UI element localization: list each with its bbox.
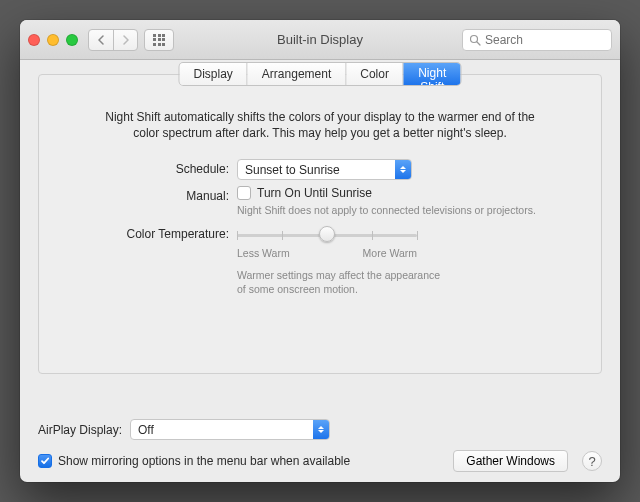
- show-all-button[interactable]: [144, 29, 174, 51]
- manual-checkbox-label: Turn On Until Sunrise: [257, 186, 372, 200]
- slider-thumb[interactable]: [319, 226, 335, 242]
- titlebar: Built-in Display: [20, 20, 620, 60]
- night-shift-description: Night Shift automatically shifts the col…: [99, 109, 541, 141]
- temperature-slider[interactable]: [237, 226, 417, 244]
- search-input[interactable]: [485, 33, 605, 47]
- forward-button[interactable]: [113, 30, 137, 50]
- minimize-icon[interactable]: [47, 34, 59, 46]
- nav-back-forward: [88, 29, 138, 51]
- chevron-updown-icon: [395, 160, 411, 179]
- svg-point-0: [471, 35, 478, 42]
- footer: AirPlay Display: Off Show mirroring opti…: [38, 413, 602, 472]
- manual-checkbox[interactable]: [237, 186, 251, 200]
- grid-icon: [153, 34, 165, 46]
- search-icon: [469, 34, 481, 46]
- settings-panel: Display Arrangement Color Night Shift Ni…: [38, 74, 602, 374]
- content: Display Arrangement Color Night Shift Ni…: [20, 60, 620, 482]
- gather-windows-button[interactable]: Gather Windows: [453, 450, 568, 472]
- mirroring-checkbox[interactable]: [38, 454, 52, 468]
- close-icon[interactable]: [28, 34, 40, 46]
- temperature-label: Color Temperature:: [79, 224, 229, 241]
- airplay-label: AirPlay Display:: [38, 423, 122, 437]
- temperature-less-label: Less Warm: [237, 247, 290, 259]
- airplay-select[interactable]: Off: [130, 419, 330, 440]
- schedule-value: Sunset to Sunrise: [238, 163, 395, 177]
- tab-night-shift[interactable]: Night Shift: [404, 63, 461, 85]
- window-controls: [28, 34, 78, 46]
- schedule-select[interactable]: Sunset to Sunrise: [237, 159, 412, 180]
- back-button[interactable]: [89, 30, 113, 50]
- tab-color[interactable]: Color: [346, 63, 404, 85]
- airplay-value: Off: [131, 423, 313, 437]
- chevron-updown-icon: [313, 420, 329, 439]
- settings-form: Schedule: Sunset to Sunrise Manual:: [79, 159, 561, 296]
- help-button[interactable]: ?: [582, 451, 602, 471]
- tab-bar: Display Arrangement Color Night Shift: [180, 63, 461, 85]
- tab-arrangement[interactable]: Arrangement: [248, 63, 346, 85]
- search-field[interactable]: [462, 29, 612, 51]
- tab-display[interactable]: Display: [180, 63, 248, 85]
- temperature-hint: Warmer settings may affect the appearanc…: [237, 269, 447, 296]
- temperature-more-label: More Warm: [363, 247, 417, 259]
- zoom-icon[interactable]: [66, 34, 78, 46]
- system-preferences-window: Built-in Display Display Arrangement Col…: [20, 20, 620, 482]
- mirroring-label: Show mirroring options in the menu bar w…: [58, 454, 350, 468]
- schedule-label: Schedule:: [79, 159, 229, 176]
- manual-hint: Night Shift does not apply to connected …: [237, 204, 561, 218]
- svg-line-1: [477, 42, 480, 45]
- manual-label: Manual:: [79, 186, 229, 203]
